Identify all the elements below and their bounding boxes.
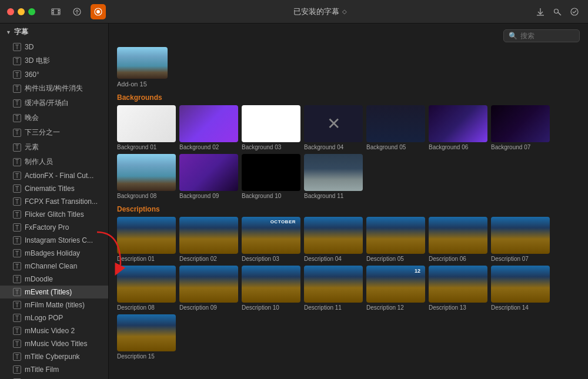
key-icon[interactable] bbox=[551, 4, 564, 19]
sidebar-item-icon: T bbox=[13, 172, 21, 180]
sidebar-item-fcpx[interactable]: T FCPX Fast Transition... bbox=[0, 195, 108, 208]
thumb-desc05-label: Description 05 bbox=[366, 256, 404, 262]
thumb-item-bg02[interactable]: Background 02 bbox=[179, 105, 238, 150]
thumb-item-desc12[interactable]: 12 Description 12 bbox=[366, 266, 425, 311]
sidebar-item-credits[interactable]: T 制作人员 bbox=[0, 155, 108, 169]
film-icon[interactable] bbox=[48, 4, 64, 19]
sidebar-item-360[interactable]: T 360° bbox=[0, 68, 108, 81]
thumb-bg10-label: Background 10 bbox=[242, 193, 281, 199]
sidebar-item-mdoodle[interactable]: T mDoodle bbox=[0, 273, 108, 286]
thumb-item-desc10[interactable]: Description 10 bbox=[242, 266, 300, 311]
thumb-item-desc05[interactable]: Description 05 bbox=[366, 217, 425, 262]
thumb-item-desc07[interactable]: Description 07 bbox=[491, 217, 550, 262]
thumb-desc13-label: Description 13 bbox=[429, 304, 466, 311]
thumb-bg11-image bbox=[304, 154, 363, 191]
thumb-desc02-label: Description 02 bbox=[179, 256, 217, 262]
thumb-item-desc02[interactable]: Description 02 bbox=[179, 217, 238, 262]
search-icon: 🔍 bbox=[509, 32, 517, 40]
thumb-bg09-label: Background 09 bbox=[179, 193, 219, 199]
sidebar: ▼ 字幕 T 3D T 3D 电影 T 360° T 构件出现/构件消失 T 缓… bbox=[0, 24, 109, 379]
thumb-desc11-image bbox=[304, 266, 363, 303]
sidebar-item-icon: T bbox=[13, 85, 21, 93]
sidebar-item-icon: T bbox=[13, 314, 21, 322]
sidebar-item-label: mBadges Holiday bbox=[25, 249, 80, 257]
thumb-item-desc14[interactable]: Description 14 bbox=[491, 266, 550, 311]
sidebar-item-icon: T bbox=[13, 99, 21, 108]
sidebar-item-mtitlecyberpunk[interactable]: T mTitle Cyberpunk bbox=[0, 350, 108, 363]
thumb-item-bg08[interactable]: Background 08 bbox=[117, 154, 176, 199]
check-icon[interactable] bbox=[567, 4, 581, 19]
sidebar-item-mtitlefilm[interactable]: T mTitle Film bbox=[0, 363, 108, 376]
sidebar-item-actionfx[interactable]: T ActionFX - Final Cut... bbox=[0, 169, 108, 182]
sidebar-item-mmusictitles[interactable]: T mMusic Video Titles bbox=[0, 337, 108, 350]
titlebar-center: 已安装的字幕 ◇ bbox=[111, 6, 529, 17]
thumb-item-desc11[interactable]: Description 11 bbox=[304, 266, 363, 311]
thumb-item-desc06[interactable]: Description 06 bbox=[429, 217, 487, 262]
close-button[interactable] bbox=[7, 8, 14, 15]
sidebar-item-mevent[interactable]: T mEvent (Titles) bbox=[0, 286, 108, 298]
search-input-wrapper[interactable]: 🔍 bbox=[503, 29, 580, 42]
svg-point-10 bbox=[96, 10, 100, 14]
thumb-item-desc15[interactable]: Description 15 bbox=[117, 314, 176, 360]
thumb-desc07-image bbox=[491, 217, 550, 254]
sidebar-item-label: mDoodle bbox=[25, 275, 53, 283]
sidebar-item-elements[interactable]: T 元素 bbox=[0, 140, 108, 155]
sidebar-item-label: FxFactory Pro bbox=[25, 223, 69, 232]
search-input[interactable] bbox=[520, 32, 574, 40]
sidebar-item-label: 下三分之一 bbox=[25, 128, 60, 137]
thumb-item-bg04[interactable]: ✕ Background 04 bbox=[304, 105, 363, 150]
thumb-item-desc08[interactable]: Description 08 bbox=[117, 266, 176, 311]
thumb-item-desc09[interactable]: Description 09 bbox=[179, 266, 238, 311]
thumb-item-desc01[interactable]: Description 01 bbox=[117, 217, 176, 262]
thumb-bg03-label: Background 03 bbox=[242, 144, 281, 150]
sidebar-item-mlogo[interactable]: T mLogo POP bbox=[0, 311, 108, 324]
sidebar-item-lowerthird[interactable]: T 下三分之一 bbox=[0, 125, 108, 140]
thumb-item-bg10[interactable]: Background 10 bbox=[242, 154, 300, 199]
sidebar-item-bumper[interactable]: T 缓冲器/开场白 bbox=[0, 96, 108, 110]
thumb-item-desc04[interactable]: Description 04 bbox=[304, 217, 363, 262]
addon-item[interactable]: Add-on 15 bbox=[117, 47, 580, 88]
thumb-bg09-image bbox=[179, 154, 238, 191]
maximize-button[interactable] bbox=[28, 8, 35, 15]
sidebar-item-mmusic[interactable]: T mMusic Video 2 bbox=[0, 324, 108, 337]
thumb-desc09-image bbox=[179, 266, 238, 303]
thumb-item-bg03[interactable]: Background 03 bbox=[242, 105, 300, 150]
share-icon[interactable] bbox=[69, 4, 85, 19]
sidebar-item-cinematic[interactable]: T Cinematic Titles bbox=[0, 182, 108, 195]
sidebar-item-icon: T bbox=[13, 365, 21, 374]
download-icon[interactable] bbox=[534, 4, 547, 19]
sidebar-item-fxfactory[interactable]: T FxFactory Pro bbox=[0, 221, 108, 234]
thumb-bg07-image bbox=[491, 105, 550, 142]
sidebar-item-3d-film[interactable]: T 3D 电影 bbox=[0, 53, 108, 68]
sidebar-item-icon: T bbox=[13, 301, 21, 309]
sidebar-item-label: 制作人员 bbox=[25, 157, 53, 167]
thumb-desc04-label: Description 04 bbox=[304, 256, 342, 262]
sidebar-section-title: 字幕 bbox=[14, 27, 28, 37]
thumb-item-bg11[interactable]: Background 11 bbox=[304, 154, 363, 199]
thumb-desc02-image bbox=[179, 217, 238, 254]
thumb-item-bg05[interactable]: Background 05 bbox=[366, 105, 425, 150]
badge-icon[interactable] bbox=[91, 4, 106, 19]
thumb-item-bg09[interactable]: Background 09 bbox=[179, 154, 238, 199]
thumb-desc03-image: OCTOBER bbox=[242, 217, 300, 254]
minimize-button[interactable] bbox=[18, 8, 25, 15]
sidebar-item-build[interactable]: T 构件出现/构件消失 bbox=[0, 81, 108, 96]
thumb-item-bg01[interactable]: Background 01 bbox=[117, 105, 176, 150]
thumb-bg08-label: Background 08 bbox=[117, 193, 156, 199]
sidebar-item-3d[interactable]: T 3D bbox=[0, 41, 108, 53]
thumb-item-desc03[interactable]: OCTOBER Description 03 bbox=[242, 217, 300, 262]
thumb-desc06-label: Description 06 bbox=[429, 256, 466, 262]
sidebar-item-mfilm[interactable]: T mFilm Matte (titles) bbox=[0, 298, 108, 311]
thumb-bg10-image bbox=[242, 154, 300, 191]
sidebar-item-mbadges[interactable]: T mBadges Holiday bbox=[0, 247, 108, 260]
sidebar-item-flicker[interactable]: T Flicker Glitch Titles bbox=[0, 208, 108, 221]
sidebar-item-mchannel[interactable]: T mChannel Clean bbox=[0, 260, 108, 273]
sidebar-item-proleak[interactable]: T PROLEAK bbox=[0, 376, 108, 379]
section-title-descriptions: Descriptions bbox=[117, 205, 580, 213]
thumb-item-desc13[interactable]: Description 13 bbox=[429, 266, 487, 311]
thumb-item-bg06[interactable]: Background 06 bbox=[429, 105, 487, 150]
sidebar-item-instagram[interactable]: T Instagram Stories C... bbox=[0, 234, 108, 247]
thumb-item-bg07[interactable]: Background 07 bbox=[491, 105, 550, 150]
sidebar-item-icon: T bbox=[13, 210, 21, 219]
sidebar-item-gala[interactable]: T 晚会 bbox=[0, 110, 108, 125]
